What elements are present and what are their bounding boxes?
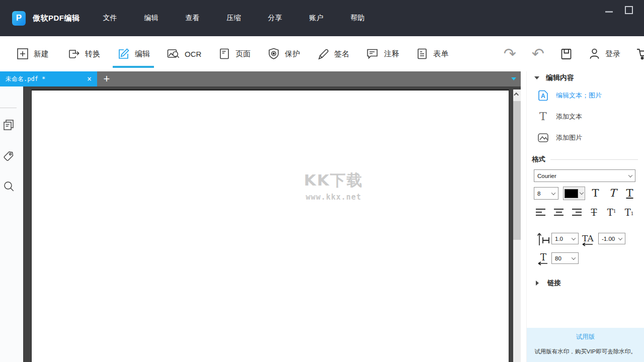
- menu-compress[interactable]: 压缩: [227, 14, 241, 23]
- menu-view[interactable]: 查看: [186, 14, 200, 23]
- login-button[interactable]: 登录: [588, 47, 620, 60]
- toolbar-item-label: 编辑: [135, 49, 150, 59]
- toolbar-item-edit[interactable]: 编辑: [117, 36, 150, 71]
- window-controls: [605, 0, 633, 20]
- char-spacing-value: -1.00: [602, 236, 615, 242]
- item-label: 编辑文本；图片: [556, 91, 602, 100]
- toolbar-item-protect[interactable]: 保护: [267, 36, 300, 71]
- expand-arrow-icon: [536, 281, 539, 286]
- redo-icon[interactable]: ↷: [504, 47, 516, 60]
- align-right-button[interactable]: [569, 204, 584, 220]
- watermark-url: www.kkx.net: [293, 193, 374, 202]
- app-logo-icon: P: [12, 11, 26, 26]
- underline-button[interactable]: T: [622, 185, 637, 201]
- font-family-select[interactable]: Courier: [534, 169, 635, 182]
- scroll-up-button[interactable]: [513, 89, 521, 99]
- superscript-button[interactable]: T1: [604, 204, 619, 220]
- trial-badge[interactable]: 试用版: [527, 333, 644, 341]
- toolbar-item-sign[interactable]: 签名: [316, 36, 349, 71]
- protect-shield-icon: [267, 47, 280, 60]
- save-icon[interactable]: [560, 48, 573, 60]
- app-name: 傲软PDF编辑: [33, 14, 80, 23]
- svg-text:T: T: [539, 110, 547, 123]
- signature-pen-icon: [316, 47, 330, 60]
- menu-account[interactable]: 账户: [309, 14, 324, 23]
- align-center-button[interactable]: [551, 204, 567, 220]
- toolbar-item-comment[interactable]: 注释: [366, 36, 399, 71]
- ocr-icon: [167, 47, 180, 60]
- tab-close-icon[interactable]: ×: [87, 75, 92, 83]
- horizontal-scale-select[interactable]: 80: [551, 252, 579, 264]
- vertical-scrollbar[interactable]: [513, 89, 521, 362]
- char-spacing-icon: TA: [581, 231, 598, 247]
- font-family-value: Courier: [537, 173, 556, 179]
- right-panel: 编辑内容 A 编辑文本；图片 T 添加文本 添加图片: [526, 71, 644, 362]
- add-image-icon: [537, 131, 549, 144]
- tab-list-dropdown-icon[interactable]: [511, 77, 516, 80]
- item-label: 添加图片: [556, 133, 582, 142]
- menu-edit[interactable]: 编辑: [144, 14, 158, 23]
- menu-file[interactable]: 文件: [103, 14, 117, 23]
- scrollbar-thumb[interactable]: [513, 101, 521, 240]
- subscript-button[interactable]: T1: [621, 204, 637, 220]
- app-window: P 傲软PDF编辑 文件 编辑 查看 压缩 分享 账户 帮助 新建: [0, 0, 644, 362]
- minimize-icon[interactable]: [605, 11, 613, 13]
- cart-icon[interactable]: [636, 47, 644, 61]
- paragraph-buttons: T T1 T1: [533, 204, 637, 220]
- toolbar-item-convert[interactable]: 转换: [65, 36, 100, 71]
- toolbar: 新建 转换 编辑: [0, 36, 644, 71]
- edit-pencil-icon: [117, 47, 130, 61]
- left-sidebar: [0, 86, 23, 362]
- document-tab[interactable]: 未命名.pdf * ×: [0, 71, 97, 86]
- add-image-item[interactable]: 添加图片: [537, 131, 582, 145]
- page-icon: [218, 47, 231, 60]
- undo-icon[interactable]: ↶: [532, 47, 544, 60]
- menu-share[interactable]: 分享: [268, 14, 282, 23]
- trial-banner: 试用版 试用版有水印，购买VIP即可去除水印。: [527, 328, 644, 362]
- toolbar-item-page[interactable]: 页面: [218, 36, 251, 71]
- toolbar-item-label: 新建: [34, 49, 49, 59]
- chevron-down-icon: [572, 255, 576, 259]
- char-spacing-select[interactable]: -1.00: [598, 233, 625, 244]
- bold-button[interactable]: T: [588, 185, 603, 201]
- toolbar-item-new[interactable]: 新建: [16, 36, 49, 71]
- trial-note: 试用版有水印，购买VIP即可去除水印。: [527, 348, 644, 355]
- section-title: 编辑内容: [546, 73, 574, 82]
- search-icon[interactable]: [2, 179, 17, 194]
- page-thumbnails-icon[interactable]: [2, 118, 17, 133]
- font-size-select[interactable]: 8: [534, 187, 558, 200]
- toolbar-item-ocr[interactable]: OCR: [167, 36, 201, 71]
- toolbar-item-form[interactable]: 表单: [416, 36, 448, 71]
- format-section-header: 格式: [532, 155, 638, 164]
- toolbar-item-label: 签名: [334, 49, 349, 59]
- toolbar-left-group: 新建 转换 编辑: [16, 36, 448, 71]
- strikethrough-button[interactable]: T: [586, 204, 602, 220]
- add-text-item[interactable]: T 添加文本: [537, 110, 582, 124]
- chevron-down-icon: [572, 236, 576, 240]
- maximize-icon[interactable]: [625, 6, 633, 14]
- line-spacing-select[interactable]: 1.0: [551, 233, 579, 244]
- italic-button[interactable]: T: [605, 185, 620, 201]
- font-color-select[interactable]: [563, 187, 585, 200]
- toolbar-item-label: 转换: [85, 49, 100, 59]
- menubar: 文件 编辑 查看 压缩 分享 账户 帮助: [103, 14, 365, 23]
- collapse-arrow-icon: [534, 76, 539, 79]
- menu-help[interactable]: 帮助: [351, 14, 365, 23]
- chevron-down-icon: [618, 236, 622, 240]
- align-left-button[interactable]: [533, 204, 549, 220]
- convert-icon: [65, 47, 80, 60]
- links-section-header[interactable]: 链接: [536, 279, 561, 288]
- line-spacing-value: 1.0: [555, 236, 563, 242]
- chevron-down-icon: [551, 191, 555, 195]
- sidebar-divider: [0, 108, 17, 108]
- edit-content-section-header[interactable]: 编辑内容: [534, 73, 574, 82]
- new-tab-button[interactable]: +: [100, 71, 114, 86]
- titlebar: P 傲软PDF编辑 文件 编辑 查看 压缩 分享 账户 帮助: [0, 0, 644, 36]
- pdf-page-canvas[interactable]: KK下载 www.kkx.net: [31, 89, 509, 362]
- toolbar-item-label: 表单: [433, 49, 448, 59]
- horizontal-scale-value: 80: [555, 255, 561, 261]
- bookmarks-tag-icon[interactable]: [2, 148, 17, 163]
- edit-text-image-item[interactable]: A 编辑文本；图片: [537, 88, 602, 103]
- line-spacing-icon: [537, 231, 551, 247]
- tab-bar: 未命名.pdf * × +: [0, 71, 521, 86]
